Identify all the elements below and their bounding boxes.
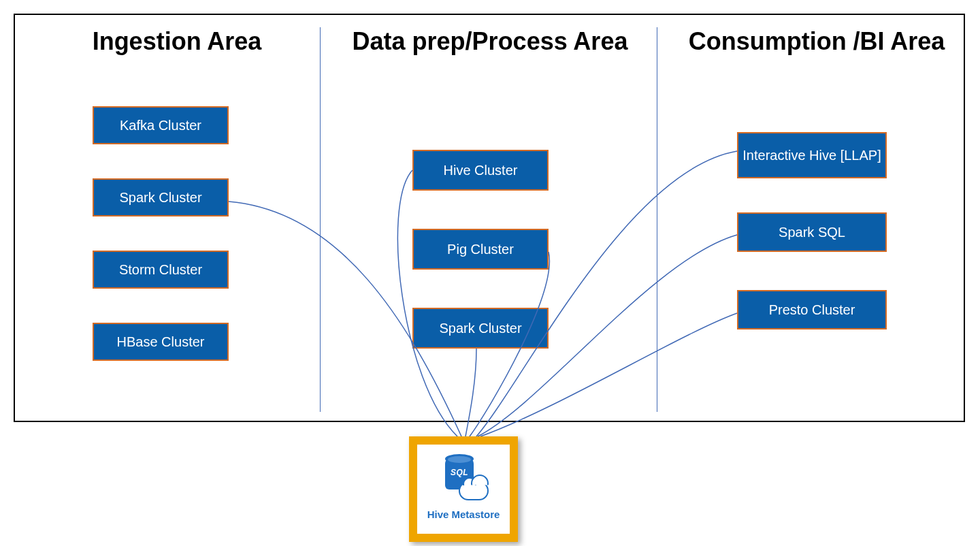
hive-metastore: SQL Hive Metastore [409, 436, 518, 542]
node-ingestion-spark: Spark Cluster [93, 178, 229, 216]
node-consumption-presto: Presto Cluster [737, 290, 887, 330]
divider-1 [320, 27, 321, 412]
cloud-icon [459, 481, 489, 500]
node-ingestion-storm: Storm Cluster [93, 251, 229, 289]
node-processing-hive: Hive Cluster [412, 150, 549, 191]
diagram-canvas: Ingestion Area Data prep/Process Area Co… [0, 0, 980, 546]
sql-database-icon: SQL [440, 458, 487, 506]
node-processing-pig: Pig Cluster [412, 229, 549, 270]
hive-metastore-label: Hive Metastore [427, 509, 500, 520]
node-consumption-llap: Interactive Hive [LLAP] [737, 132, 887, 178]
node-processing-spark: Spark Cluster [412, 308, 549, 349]
heading-processing: Data prep/Process Area [340, 27, 640, 56]
sql-icon-text: SQL [445, 468, 474, 477]
heading-ingestion: Ingestion Area [54, 27, 299, 56]
node-ingestion-kafka: Kafka Cluster [93, 106, 229, 144]
node-consumption-sparksql: Spark SQL [737, 212, 887, 252]
divider-2 [657, 27, 657, 412]
heading-consumption: Consumption /BI Area [674, 27, 960, 56]
node-ingestion-hbase: HBase Cluster [93, 323, 229, 361]
